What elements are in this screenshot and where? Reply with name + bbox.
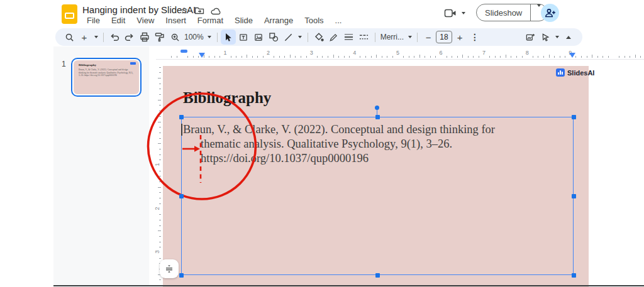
text-box-tool-icon[interactable] xyxy=(236,30,251,45)
share-button[interactable] xyxy=(541,4,559,22)
menu-arrange[interactable]: Arrange xyxy=(258,15,299,27)
thumbnail-slidesai-badge xyxy=(130,62,136,65)
zoom-in-icon[interactable] xyxy=(167,30,182,45)
document-title[interactable]: Hanging indent by SlidesAI xyxy=(82,4,196,15)
v-ruler-label: 3 xyxy=(153,250,160,253)
laser-pointer-icon[interactable] xyxy=(538,30,553,45)
person-add-icon xyxy=(545,8,556,18)
fill-color-icon[interactable] xyxy=(311,30,326,45)
slidesai-logo-icon xyxy=(556,68,565,77)
selection-handle[interactable] xyxy=(179,115,184,119)
h-ruler-label: 4 xyxy=(353,50,356,56)
font-size-input[interactable]: 18 xyxy=(436,31,452,43)
selection-handle[interactable] xyxy=(572,273,576,278)
insert-line-icon[interactable] xyxy=(281,30,296,45)
selection-handle[interactable] xyxy=(572,115,576,119)
first-line-indent-marker[interactable] xyxy=(180,50,187,53)
menu-format[interactable]: Format xyxy=(192,15,229,27)
h-ruler-label: 6 xyxy=(439,50,442,56)
camera-caret-down-icon[interactable] xyxy=(462,12,465,14)
selection-handle[interactable] xyxy=(179,194,184,198)
move-folder-icon[interactable] xyxy=(194,6,204,15)
menu-bar: File Edit View Insert Format Slide Arran… xyxy=(81,15,347,27)
screenshot-bottom-edge xyxy=(53,285,644,286)
menu-file[interactable]: File xyxy=(81,15,106,27)
menu-view[interactable]: View xyxy=(131,15,160,27)
h-ruler-label: 3 xyxy=(310,50,313,56)
pointer-caret-down-icon[interactable] xyxy=(553,30,561,45)
set-background-image-icon[interactable] xyxy=(523,30,538,45)
citation-line-2: thematic analysis. Qualitative Psycholog… xyxy=(201,137,535,151)
selection-handle[interactable] xyxy=(375,273,380,278)
google-slides-window: Hanging indent by SlidesAI ☆ File Edit V… xyxy=(0,0,644,287)
slidesai-logo-label: SlidesAI xyxy=(567,69,594,77)
cloud-saved-icon[interactable] xyxy=(211,7,221,15)
left-indent-marker[interactable] xyxy=(199,53,205,58)
decrease-font-size-button[interactable]: − xyxy=(421,30,436,45)
border-dash-icon[interactable] xyxy=(357,30,372,45)
v-ruler-label: 1 xyxy=(153,163,160,166)
slide-number: 1 xyxy=(62,60,66,68)
toolbar: + 100% xyxy=(55,28,582,46)
hide-menus-chevron-up-icon[interactable] xyxy=(561,30,576,45)
menu-insert[interactable]: Insert xyxy=(160,15,192,27)
thumbnail-title: Bibliography xyxy=(79,63,96,67)
rotation-handle[interactable] xyxy=(375,106,379,110)
ruler-divider xyxy=(156,59,644,60)
new-slide-caret-down-icon[interactable] xyxy=(92,30,100,45)
cursor-arrow-icon xyxy=(224,33,233,42)
citation-line-3: https://doi.org/10.1037/qup0000196 xyxy=(201,151,535,166)
thumbnail-body-text: Braun, V., & Clarke, V. (2022). Conceptu… xyxy=(79,68,134,77)
v-ruler-label: 2 xyxy=(153,207,160,210)
menu-edit[interactable]: Edit xyxy=(106,15,131,27)
menu-overflow[interactable]: ... xyxy=(330,15,348,27)
select-tool-button[interactable] xyxy=(221,30,236,45)
citation-line-1: Braun, V., & Clarke, V. (2022). Conceptu… xyxy=(183,122,535,137)
right-indent-marker[interactable] xyxy=(569,53,575,58)
slide-thumbnail[interactable]: Bibliography Braun, V., & Clarke, V. (20… xyxy=(71,58,142,97)
h-ruler-label: 8 xyxy=(526,50,529,56)
print-icon[interactable] xyxy=(137,30,152,45)
zoom-caret-down-icon[interactable] xyxy=(206,30,214,45)
h-ruler-label: 2 xyxy=(267,50,270,56)
autofit-icon xyxy=(164,264,174,274)
slideshow-button[interactable]: Slideshow xyxy=(477,8,530,18)
h-ruler-label: 7 xyxy=(482,50,486,56)
font-caret-down-icon[interactable] xyxy=(406,30,414,45)
insert-shape-icon[interactable] xyxy=(266,30,281,45)
citation-text-box[interactable]: Braun, V., & Clarke, V. (2022). Conceptu… xyxy=(183,122,535,166)
text-autofit-button[interactable] xyxy=(160,259,179,278)
border-color-icon[interactable] xyxy=(326,30,341,45)
new-slide-button[interactable]: + xyxy=(77,30,92,45)
selection-handle[interactable] xyxy=(572,194,576,198)
join-call-camera-icon[interactable] xyxy=(444,8,457,18)
h-ruler-label: 1 xyxy=(223,50,226,56)
line-caret-down-icon[interactable] xyxy=(296,30,304,45)
toolbar-more-options-icon[interactable]: ⋮ xyxy=(467,30,482,45)
menu-tools[interactable]: Tools xyxy=(299,15,329,27)
text-cursor xyxy=(181,124,182,136)
selection-handle[interactable] xyxy=(179,273,184,278)
slide-title[interactable]: Bibliography xyxy=(183,89,271,107)
border-weight-icon[interactable] xyxy=(341,30,357,45)
paint-format-icon[interactable] xyxy=(152,30,167,45)
insert-image-icon[interactable] xyxy=(251,30,266,45)
h-ruler-label: 5 xyxy=(396,50,399,56)
slideshow-split-button[interactable]: Slideshow xyxy=(476,4,548,21)
slides-app-icon[interactable] xyxy=(62,4,77,24)
vertical-ruler: 123 xyxy=(149,59,162,286)
slidesai-watermark: SlidesAI xyxy=(556,68,594,77)
redo-icon[interactable] xyxy=(122,30,137,45)
zoom-level-value[interactable]: 100% xyxy=(182,33,206,41)
menu-slide[interactable]: Slide xyxy=(229,15,258,27)
font-family-select[interactable]: Merri... xyxy=(379,33,406,41)
search-menus-icon[interactable] xyxy=(62,30,77,45)
selection-handle[interactable] xyxy=(375,115,380,119)
increase-font-size-button[interactable]: + xyxy=(452,30,467,45)
undo-icon[interactable] xyxy=(107,30,122,45)
